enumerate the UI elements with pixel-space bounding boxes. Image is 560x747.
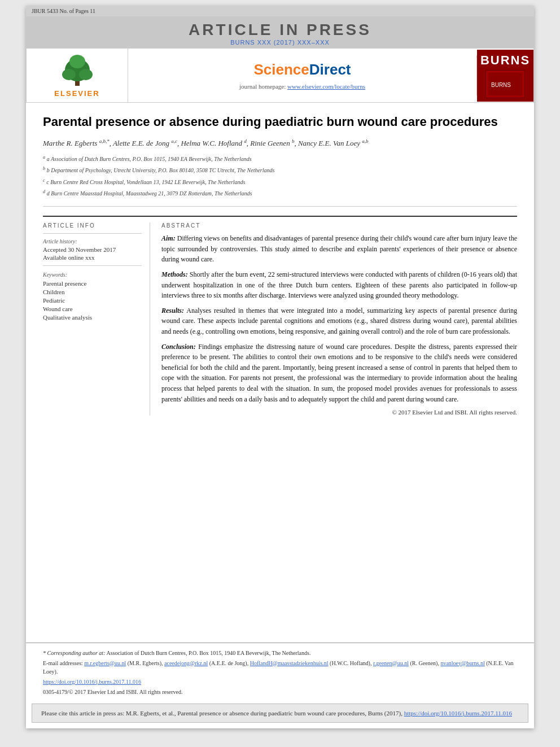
article-info-column: ARTICLE INFO Article history: Accepted 3… [43,222,150,416]
issn-line: 0305-4179/© 2017 Elsevier Ltd and ISBI. … [43,688,517,696]
footnote-section: * Corresponding author at: Association o… [26,643,534,704]
methods-label: Methods: [161,270,188,278]
burns-logo-box: BURNS BURNS [477,50,533,102]
abstract-conclusion: Conclusion: Findings emphasize the distr… [161,342,517,405]
email-vanloey[interactable]: nvanloey@burns.nl [440,660,484,666]
conclusion-label: Conclusion: [161,343,196,351]
corresponding-author-line: * Corresponding author at: Association o… [43,649,517,657]
top-bar: JBUR 5433 No. of Pages 11 [26,6,534,16]
article-in-press-banner: ARTICLE IN PRESS BURNS XXX (2017) XXX–XX… [26,16,534,48]
aim-text: Differing views on benefits and disadvan… [161,234,517,263]
abstract-column: ABSTRACT Aim: Differing views on benefit… [161,222,517,416]
keyword-pediatric: Pediatric [43,297,142,304]
abstract-results: Results: Analyses resulted in themes tha… [161,305,517,337]
results-label: Results: [161,307,184,314]
methods-text: Shortly after the burn event, 22 semi-st… [161,270,517,299]
article-info-label: ARTICLE INFO [43,222,142,229]
burns-image: BURNS [485,70,525,98]
abstract-aim: Aim: Differing views on benefits and dis… [161,233,517,265]
affiliations: a a Association of Dutch Burn Centres, P… [43,154,517,207]
doi-line: https://doi.org/10.1016/j.burns.2017.11.… [43,678,517,686]
email-hofland[interactable]: HoflandH@maasstadziekenhuis.nl [250,660,329,666]
journal-ref: JBUR 5433 No. of Pages 11 [32,8,95,14]
elsevier-logo-box: ELSEVIER [27,49,128,102]
svg-point-3 [79,69,93,80]
email-egberts[interactable]: m.r.egberts@uu.nl [84,660,126,666]
main-divider [43,216,517,217]
elsevier-tree-icon [55,53,100,87]
header-logos: ELSEVIER ScienceDirect journal homepage:… [26,48,534,103]
conclusion-text: Findings emphasize the distressing natur… [161,343,517,403]
email-geenen[interactable]: r.geenen@uu.nl [373,660,409,666]
affiliation-d: d d Burn Centre Maasstad Hospital, Maass… [43,188,517,198]
results-text: Analyses resulted in themes that were in… [161,307,517,335]
article-in-press-title: ARTICLE IN PRESS [26,21,534,39]
article-history-label: Article history: [43,238,142,244]
info-divider-mid [43,265,142,266]
abstract-methods: Methods: Shortly after the burn event, 2… [161,269,517,301]
citation-text: Please cite this article in press as: M.… [41,710,403,717]
two-col-layout: ARTICLE INFO Article history: Accepted 3… [43,222,517,416]
email-label: E-mail addresses: [43,660,83,666]
journal-homepage-link[interactable]: www.elsevier.com/locate/burns [287,83,365,90]
burns-title: BURNS [480,53,530,68]
keyword-wound-care: Wound care [43,305,142,312]
sciencedirect-title: ScienceDirect [134,61,471,78]
svg-point-4 [69,55,85,68]
journal-homepage: journal homepage: www.elsevier.com/locat… [134,83,471,90]
main-content: Parental presence or absence during paed… [26,103,534,643]
journal-doi-ref: BURNS XXX (2017) XXX–XXX [26,39,534,46]
email-line: E-mail addresses: m.r.egberts@uu.nl (M.R… [43,659,517,676]
accepted-date: Accepted 30 November 2017 [43,246,142,253]
article-title: Parental presence or absence during paed… [43,114,517,130]
available-online: Available online xxx [43,254,142,261]
affiliation-b: b b Department of Psychology, Utrecht Un… [43,165,517,175]
burns-logo-icon: BURNS [488,73,522,95]
svg-text:BURNS: BURNS [491,82,511,88]
affiliation-c: c c Burn Centre Red Cross Hospital, Vond… [43,177,517,187]
sciencedirect-center: ScienceDirect journal homepage: www.else… [128,55,477,95]
email-dejong[interactable]: aceedejong@rkz.nl [164,660,208,666]
aim-label: Aim: [161,234,176,242]
info-divider-top [43,233,142,234]
affiliation-a: a a Association of Dutch Burn Centres, P… [43,154,517,164]
copyright: © 2017 Elsevier Ltd and ISBI. All rights… [161,409,517,416]
svg-point-2 [62,69,76,80]
corresponding-text: Association of Dutch Burn Centres, P.O. … [106,650,310,656]
keyword-parental-presence: Parental presence [43,280,142,287]
journal-homepage-label: journal homepage: [239,83,286,90]
authors: Marthe R. Egberts a,b,*, Alette E.E. de … [43,138,517,148]
abstract-label: ABSTRACT [161,222,517,229]
keywords-label: Keywords: [43,272,142,278]
page: JBUR 5433 No. of Pages 11 ARTICLE IN PRE… [26,6,534,728]
elsevier-label: ELSEVIER [54,89,99,98]
doi-link[interactable]: https://doi.org/10.1016/j.burns.2017.11.… [43,679,141,685]
keyword-qualitative-analysis: Qualitative analysis [43,314,142,321]
corresponding-label: * Corresponding author at: [43,650,105,656]
keyword-children: Children [43,289,142,295]
citation-doi-link[interactable]: https://doi.org/10.1016/j.burns.2017.11.… [404,710,512,717]
citation-bar: Please cite this article in press as: M.… [32,704,528,723]
